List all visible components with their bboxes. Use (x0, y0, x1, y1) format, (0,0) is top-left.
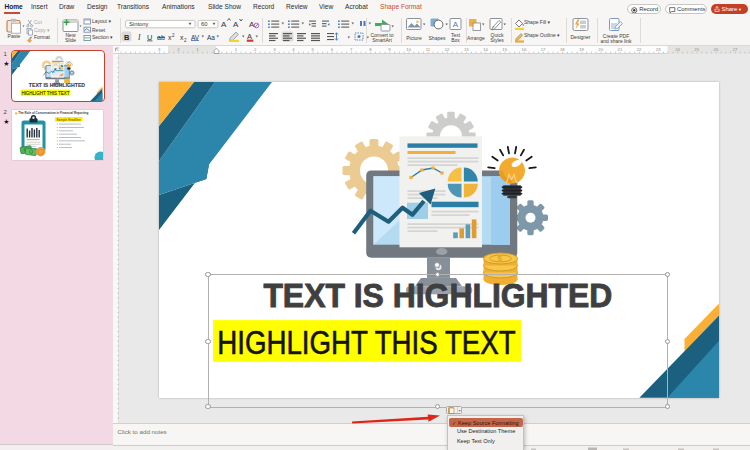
svg-text:4: 4 (292, 47, 295, 52)
svg-text:27: 27 (732, 47, 737, 52)
svg-text:11: 11 (425, 47, 430, 52)
svg-text:AV: AV (191, 34, 200, 41)
svg-text:19: 19 (579, 47, 584, 52)
svg-text:I: I (137, 33, 141, 42)
svg-text:2: 2 (172, 33, 175, 38)
svg-text:17: 17 (540, 47, 545, 52)
svg-text:7: 7 (349, 47, 352, 52)
svg-text:25: 25 (694, 47, 699, 52)
svg-text:Sample Headline: Sample Headline (57, 117, 81, 121)
svg-text:15: 15 (502, 47, 507, 52)
svg-text:22: 22 (636, 47, 641, 52)
svg-text:23: 23 (655, 47, 660, 52)
svg-text:Aa: Aa (207, 34, 215, 41)
svg-text:26: 26 (713, 47, 718, 52)
svg-text:16: 16 (521, 47, 526, 52)
svg-text:TEXT IS HIGHLIGHTED: TEXT IS HIGHLIGHTED (263, 277, 612, 314)
svg-text:2: 2 (184, 38, 187, 43)
svg-text:14: 14 (483, 47, 488, 52)
svg-text:3: 3 (157, 47, 160, 52)
svg-text:3: 3 (273, 47, 276, 52)
svg-text:18: 18 (559, 47, 564, 52)
svg-text:12: 12 (444, 47, 449, 52)
svg-text:5: 5 (311, 47, 314, 52)
svg-text:U: U (147, 33, 152, 42)
svg-text:20: 20 (598, 47, 603, 52)
svg-text:A: A (247, 32, 252, 41)
svg-text:60: 60 (201, 21, 207, 27)
svg-text:2: 2 (253, 47, 256, 52)
svg-text:9: 9 (388, 47, 391, 52)
svg-text:13: 13 (463, 47, 468, 52)
svg-text:6: 6 (330, 47, 333, 52)
svg-text:ab: ab (157, 34, 165, 41)
svg-text:A: A (221, 20, 227, 29)
svg-text:A: A (453, 20, 459, 29)
svg-text:$: $ (497, 254, 502, 263)
svg-text:21: 21 (617, 47, 622, 52)
svg-text:A: A (233, 20, 239, 29)
svg-text:The Role of Conservatism in Fi: The Role of Conservatism in Financial Re… (18, 111, 88, 115)
svg-text:1: 1 (234, 47, 237, 52)
svg-text:HIGHLIGHT THIS TEXT: HIGHLIGHT THIS TEXT (217, 324, 515, 361)
svg-text:Sintony: Sintony (129, 21, 148, 27)
svg-text:B: B (124, 33, 130, 42)
svg-text:8: 8 (369, 47, 372, 52)
svg-text:10: 10 (406, 47, 411, 52)
svg-text:24: 24 (675, 47, 680, 52)
